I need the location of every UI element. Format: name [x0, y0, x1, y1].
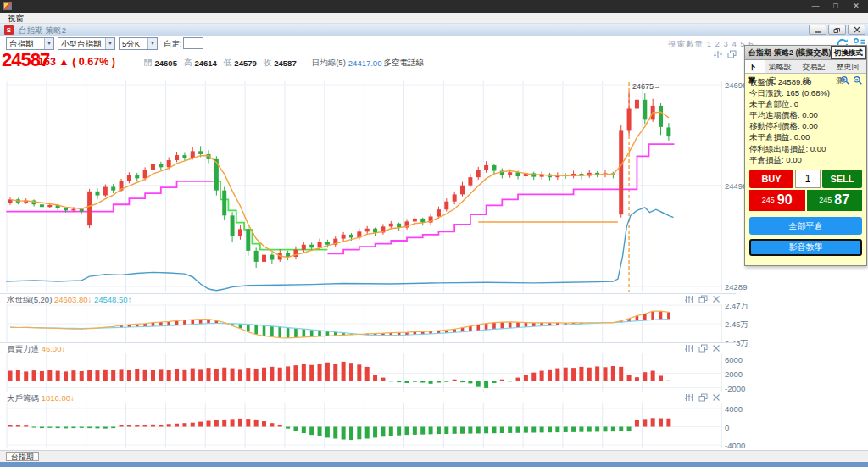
trade-info-line: 平均進場價格: 0.00 [749, 109, 862, 120]
indicator-name: 買賣力道 46.00↓ [7, 344, 65, 355]
trade-info-line: 平倉損益: 0.00 [749, 154, 862, 165]
indicator-name: 水母線(5,20) 24603.80↓ 24548.50↑ [7, 295, 131, 306]
close-panel-icon[interactable] [712, 344, 721, 353]
close-all-positions-button[interactable]: 全部平倉 [749, 217, 862, 235]
indicator-value: 46.00↓ [42, 344, 66, 353]
trade-panel-titlebar[interactable]: 台指期-策略2 (模擬交易) 切換模式 [745, 46, 866, 60]
zoom-in-icon[interactable] [840, 75, 850, 86]
close-panel-icon[interactable] [712, 393, 721, 402]
trade-panel-title: 台指期-策略2 (模擬交易) [748, 48, 832, 57]
tab-order[interactable]: 下單 [745, 60, 765, 73]
indicator-value-fast: 24603.80↓ [54, 295, 92, 304]
y-axis-label: -4000 [725, 441, 745, 450]
indicator-value: 1816.00↓ [42, 393, 75, 403]
status-tab-symbol[interactable]: 台指期 [6, 452, 39, 461]
ask-price-button[interactable]: 245 87 [807, 190, 863, 211]
bottom-accent-strip [0, 462, 868, 467]
copy-window-icon[interactable] [698, 344, 708, 353]
quantity-input[interactable]: 1 [795, 170, 821, 188]
high-marker-label: 24675→ [632, 82, 661, 91]
y-axis-label: 2.45万 [725, 320, 748, 331]
application-window: — □ ✕ 視窗 S 台指期-策略2 台指期 ▼ 小型台指期 ▼ 5分K ▼ 自… [0, 0, 868, 467]
y-axis-label: 24289 [725, 282, 747, 292]
close-panel-icon[interactable] [712, 295, 721, 303]
video-tutorial-button[interactable]: 影音教學 [749, 239, 862, 256]
panel-divider [0, 448, 736, 448]
y-axis-label: 6000 [725, 355, 743, 364]
bid-price-prefix: 245 [762, 196, 775, 204]
status-bar: 台指期 [0, 450, 868, 462]
buy-button[interactable]: BUY [749, 170, 793, 188]
copy-window-icon[interactable] [698, 393, 708, 402]
trade-info-line: 今日漲跌: 165 (0.68%) [749, 87, 862, 98]
panel-header-power: 買賣力道 46.00↓ [0, 342, 736, 353]
trade-info-line: 移動停利價格: 0.00 [749, 120, 862, 131]
y-axis-label: 2000 [725, 370, 743, 379]
panel-header-chips: 大戶籌碼 1816.00↓ [0, 392, 736, 403]
trade-panel-tabs: 下單 策略設定 交易記錄 歷史回測 [745, 60, 866, 74]
indicator-name: 大戶籌碼 1816.00↓ [7, 393, 75, 404]
trade-info-line: 停利線出場損益: 0.00 [749, 143, 862, 154]
indicator-settings-icon[interactable] [684, 393, 694, 402]
ask-price-value: 87 [834, 192, 849, 208]
y-axis-label: 4000 [725, 404, 743, 414]
trade-info-line: 未平倉損益: 0.00 [749, 131, 862, 142]
bid-price-button[interactable]: 245 90 [749, 190, 805, 211]
trade-panel: 台指期-策略2 (模擬交易) 切換模式 下單 策略設定 交易記錄 歷史回測 收盤… [744, 45, 867, 266]
ask-price-prefix: 245 [819, 196, 832, 204]
sell-button[interactable]: SELL [822, 170, 862, 188]
tab-strategy-settings[interactable]: 策略設定 [765, 60, 799, 73]
indicator-settings-icon[interactable] [684, 344, 694, 353]
trade-info-list: 收盤價: 24589.00今日漲跌: 165 (0.68%)未平倉部位: 0平均… [749, 76, 862, 165]
bid-price-value: 90 [777, 192, 793, 208]
y-axis-label: 0 [725, 423, 729, 432]
indicator-value-slow: 24548.50↑ [94, 295, 131, 304]
tab-backtest[interactable]: 歷史回測 [832, 60, 866, 73]
zoom-out-icon[interactable] [853, 75, 863, 86]
copy-window-icon[interactable] [698, 295, 708, 303]
tab-trade-log[interactable]: 交易記錄 [799, 60, 833, 73]
trade-info-line: 未平倉部位: 0 [749, 98, 862, 109]
panel-header-jellyfish: 水母線(5,20) 24603.80↓ 24548.50↑ [0, 293, 736, 304]
switch-mode-button[interactable]: 切換模式 [831, 46, 866, 59]
indicator-settings-icon[interactable] [684, 295, 694, 303]
